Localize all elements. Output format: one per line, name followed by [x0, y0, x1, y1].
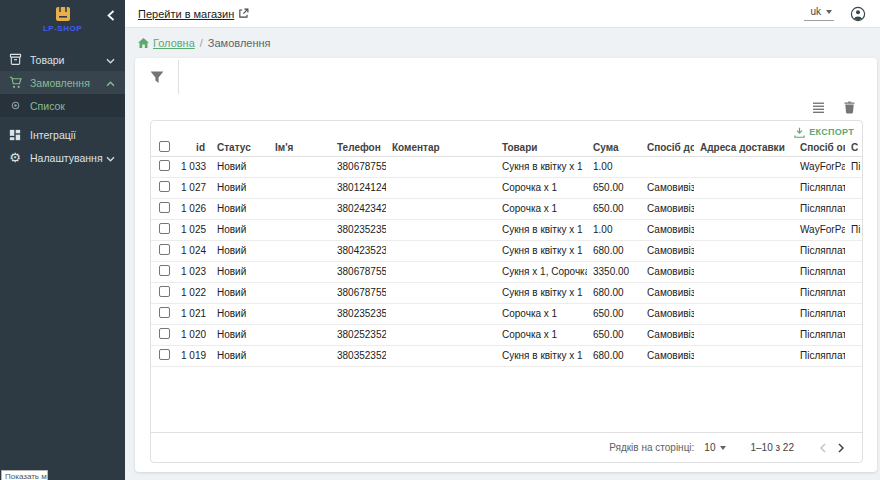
row-checkbox-cell [151, 282, 175, 303]
table-row[interactable]: 1 023Новий380678755722Сукня x 1, Сорочка… [151, 261, 862, 282]
table-body: 1 033Новий380678755765Сукня в квітку x 1… [151, 156, 862, 366]
cell-status: Новий [211, 219, 269, 240]
table-row[interactable]: 1 025Новий380235235235Сукня в квітку x 1… [151, 219, 862, 240]
sidebar-item-settings[interactable]: ⚙ Налаштування [0, 146, 125, 169]
cell-status: Новий [211, 324, 269, 345]
row-checkbox-cell [151, 219, 175, 240]
cell-status: Новий [211, 177, 269, 198]
cell-address [694, 198, 794, 219]
filter-button[interactable] [148, 69, 166, 86]
table-row[interactable]: 1 024Новий380423523523Сукня в квітку x 1… [151, 240, 862, 261]
next-page-button[interactable] [832, 441, 850, 455]
column-header-payment: Спосіб оп... [794, 139, 845, 156]
sidebar-item-integrations[interactable]: Інтеграції [0, 123, 125, 146]
row-checkbox-cell [151, 261, 175, 282]
row-checkbox[interactable] [159, 349, 170, 360]
row-checkbox[interactable] [159, 202, 170, 213]
sidebar-item-orders[interactable]: Замовлення [0, 71, 125, 94]
row-checkbox-cell [151, 198, 175, 219]
cell-phone: 380423523523 [331, 240, 386, 261]
sidebar-item-orders-list[interactable]: Список [0, 94, 125, 117]
previous-page-button[interactable] [814, 441, 832, 455]
language-select[interactable]: uk [804, 6, 834, 21]
row-checkbox[interactable] [159, 244, 170, 255]
cell-address [694, 240, 794, 261]
table-row[interactable]: 1 026Новий380242342342Сорочка x 1650.00С… [151, 198, 862, 219]
cell-id: 1 019 [175, 345, 211, 366]
rows-per-page-select[interactable]: 10 [704, 442, 726, 453]
cell-phone: 380242342342 [331, 198, 386, 219]
trash-icon [844, 101, 855, 114]
cell-comment [386, 282, 496, 303]
pagination-range: 1–10 з 22 [750, 442, 794, 453]
cell-goods: Сукня в квітку x 1 [496, 345, 587, 366]
cell-sum: 1.00 [587, 156, 641, 177]
sidebar-item-label: Список [30, 100, 115, 112]
chevron-left-icon [107, 10, 115, 21]
cell-payment_status [845, 303, 862, 324]
row-checkbox[interactable] [159, 223, 170, 234]
cell-status: Новий [211, 282, 269, 303]
sidebar-nav: Товари Замовлення [0, 48, 125, 169]
cell-payment: Післяплата [794, 303, 845, 324]
cell-status: Новий [211, 156, 269, 177]
row-checkbox[interactable] [159, 160, 170, 171]
cell-goods: Сукня x 1, Сорочка x 4 [496, 261, 587, 282]
sidebar-item-products[interactable]: Товари [0, 48, 125, 71]
cell-address [694, 303, 794, 324]
cell-name [269, 240, 331, 261]
row-checkbox[interactable] [159, 265, 170, 276]
shopping-bag-icon [55, 4, 71, 22]
go-to-store-link[interactable]: Перейти в магазин [138, 8, 249, 20]
cell-comment [386, 324, 496, 345]
collapse-sidebar-button[interactable] [105, 7, 117, 26]
cell-goods: Сукня в квітку x 1 [496, 219, 587, 240]
cell-status: Новий [211, 303, 269, 324]
column-header-sum: Сума [587, 139, 641, 156]
cell-sum: 680.00 [587, 282, 641, 303]
cell-goods: Сорочка x 1 [496, 198, 587, 219]
cell-id: 1 033 [175, 156, 211, 177]
topbar-right: uk [804, 6, 866, 22]
sidebar-item-label: Товари [30, 54, 106, 66]
cell-phone: 380235235235 [331, 219, 386, 240]
delete-button[interactable] [842, 99, 857, 116]
table-row[interactable]: 1 027Новий380124124124Сорочка x 1650.00С… [151, 177, 862, 198]
account-icon[interactable] [850, 6, 866, 22]
row-checkbox[interactable] [159, 328, 170, 339]
select-all-cell [151, 139, 175, 156]
cell-status: Новий [211, 198, 269, 219]
cell-comment [386, 303, 496, 324]
table-row[interactable]: 1 033Новий380678755765Сукня в квітку x 1… [151, 156, 862, 177]
cell-phone: 380678755765 [331, 156, 386, 177]
cell-address [694, 324, 794, 345]
cell-goods: Сорочка x 1 [496, 324, 587, 345]
view-list-button[interactable] [810, 100, 827, 115]
view-list-icon [812, 102, 825, 113]
orders-table: id Статус Ім'я Телефон Коментар Товари С… [151, 139, 862, 367]
table-row[interactable]: 1 022Новий380678755765Сукня в квітку x 1… [151, 282, 862, 303]
chevron-up-icon [106, 77, 115, 89]
table-row[interactable]: 1 020Новий380252352352Сорочка x 1650.00С… [151, 324, 862, 345]
filter-icon [150, 71, 164, 84]
cell-name [269, 324, 331, 345]
row-checkbox-cell [151, 324, 175, 345]
row-checkbox[interactable] [159, 307, 170, 318]
cell-phone: 380252352352 [331, 324, 386, 345]
row-checkbox[interactable] [159, 286, 170, 297]
export-button[interactable]: ЕКСПОРТ [794, 127, 854, 138]
row-checkbox-cell [151, 240, 175, 261]
cell-name [269, 261, 331, 282]
cell-id: 1 025 [175, 219, 211, 240]
cell-payment_status: Пі [845, 219, 862, 240]
breadcrumb-home-link[interactable]: Головна [138, 37, 195, 49]
table-row[interactable]: 1 021Новий380235235235Сорочка x 1650.00С… [151, 303, 862, 324]
row-checkbox[interactable] [159, 181, 170, 192]
cell-payment: WayForPay [794, 156, 845, 177]
select-all-checkbox[interactable] [159, 141, 170, 152]
box-icon [8, 53, 22, 66]
cell-name [269, 282, 331, 303]
table-row[interactable]: 1 019Новий380352352353Сукня в квітку x 1… [151, 345, 862, 366]
row-checkbox-cell [151, 156, 175, 177]
toolbar-divider [178, 60, 179, 94]
